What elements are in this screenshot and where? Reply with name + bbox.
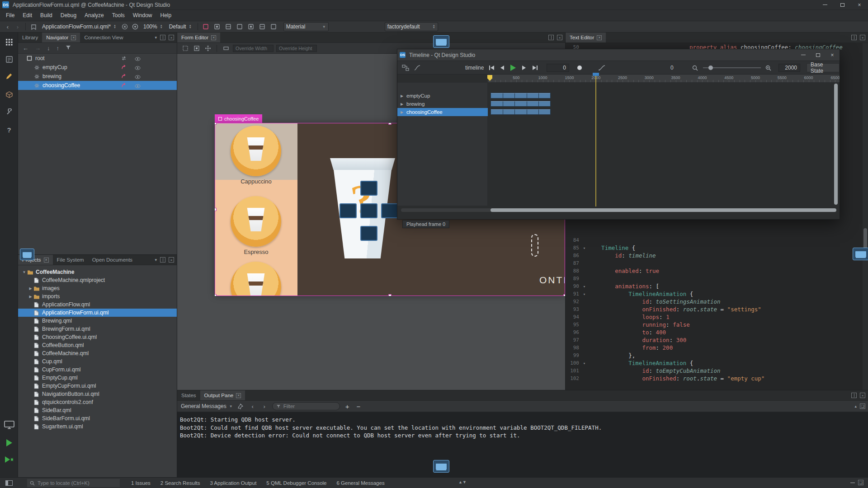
fold-marker-icon[interactable]: ▾ xyxy=(581,361,588,366)
close-panel-icon[interactable]: × xyxy=(860,35,865,40)
arrow-right-icon[interactable]: → xyxy=(35,45,41,52)
minimize-button[interactable] xyxy=(796,50,811,60)
close-icon[interactable]: × xyxy=(236,393,241,398)
tab-file-system[interactable]: File System xyxy=(53,255,88,265)
design-mode-icon[interactable] xyxy=(0,70,18,83)
frame-icon[interactable] xyxy=(224,23,233,31)
chevron-right-icon[interactable]: ▶ xyxy=(28,295,33,299)
chevron-up-icon[interactable]: ▴ xyxy=(854,404,857,408)
code-line-96[interactable]: 96 to: 400 xyxy=(566,328,868,336)
move-mode-icon[interactable] xyxy=(203,44,212,52)
close-icon[interactable]: × xyxy=(211,35,216,40)
filter-icon[interactable] xyxy=(66,45,71,52)
assets-cube-icon[interactable] xyxy=(0,88,18,101)
timeline-titlebar[interactable]: DS Timeline - Qt Design Studio × xyxy=(397,49,840,61)
minimize-button[interactable] xyxy=(816,0,834,10)
export-state-icon[interactable] xyxy=(202,23,210,31)
project-file-EmptyCup.qml[interactable]: EmptyCup.qml xyxy=(18,374,177,382)
previous-frame-icon[interactable] xyxy=(497,63,507,73)
open-document-combo[interactable]: ApplicationFlowForm.ui.qml* ▲▼ xyxy=(40,22,118,31)
project-file-SugarItem.ui.qml[interactable]: SugarItem.ui.qml xyxy=(18,422,177,431)
current-frame-field[interactable]: 0 xyxy=(547,64,569,72)
project-file-EmptyCupForm.ui.qml[interactable]: EmptyCupForm.ui.qml xyxy=(18,382,177,390)
tab-connection-view[interactable]: Connection View xyxy=(80,33,127,42)
timeline-hscroll-handle[interactable] xyxy=(491,208,836,212)
project-file-SideBar.qml[interactable]: SideBar.qml xyxy=(18,406,177,414)
kit-monitor-icon[interactable] xyxy=(0,418,18,432)
help-icon[interactable]: ? xyxy=(0,123,18,136)
snapping-icon[interactable] xyxy=(222,44,230,52)
visibility-eye-icon[interactable] xyxy=(135,74,141,80)
visibility-eye-icon[interactable] xyxy=(135,65,141,71)
project-file-SideBarForm.ui.qml[interactable]: SideBarForm.ui.qml xyxy=(18,414,177,422)
code-line-87[interactable]: 87 xyxy=(566,259,868,267)
espresso-image[interactable] xyxy=(231,196,281,247)
project-file-CupForm.ui.qml[interactable]: CupForm.ui.qml xyxy=(18,366,177,374)
next-item-icon[interactable]: › xyxy=(260,403,269,410)
editor-scrollbar[interactable] xyxy=(863,43,868,390)
project-file-CoffeeButton.qml[interactable]: CoffeeButton.qml xyxy=(18,341,177,349)
project-file-ApplicationFlowForm.ui.qml[interactable]: ApplicationFlowForm.ui.qml xyxy=(18,309,177,317)
selector-tile[interactable] xyxy=(360,226,377,241)
code-line-101[interactable]: 101 id: toEmptyCubAnimation xyxy=(566,367,868,375)
menu-file[interactable]: File xyxy=(2,10,19,21)
run-button[interactable] xyxy=(0,436,18,450)
selection-mode-icon[interactable] xyxy=(181,44,189,52)
snap-icon[interactable] xyxy=(258,23,267,31)
select-root-icon[interactable] xyxy=(192,44,201,52)
channel-combo[interactable]: General Messages ▼ xyxy=(181,403,233,409)
project-file-images[interactable]: ▶images xyxy=(18,284,177,292)
menu-debug[interactable]: Debug xyxy=(57,10,80,21)
code-area[interactable]: 8485▾ Timeline {86 id: timeline8788 enab… xyxy=(566,236,868,382)
timeline-name[interactable]: timeline xyxy=(465,61,484,75)
menu-help[interactable]: Help xyxy=(156,10,176,21)
zoom-out-icon[interactable]: − xyxy=(354,403,362,410)
code-line-90[interactable]: 90▾ animations: [ xyxy=(566,282,868,290)
maximize-button[interactable] xyxy=(834,0,851,10)
override-height-field[interactable]: Override Height xyxy=(276,45,317,52)
selector-tile[interactable] xyxy=(340,203,357,218)
apps-grid-icon[interactable] xyxy=(0,35,18,49)
chevron-right-icon[interactable]: ▶ xyxy=(397,110,406,114)
project-file-CoffeeMachine.qmlproject[interactable]: CoffeeMachine.qmlproject xyxy=(18,276,177,284)
timeline-window[interactable]: DS Timeline - Qt Design Studio × timelin… xyxy=(397,49,840,220)
code-line-95[interactable]: 95 running: false xyxy=(566,321,868,328)
selector-tile[interactable] xyxy=(360,181,377,196)
navigator-item-root[interactable]: root xyxy=(18,54,177,63)
third-coffee-image[interactable] xyxy=(231,262,281,296)
code-line-93[interactable]: 93 onFinished: root.state = "settings" xyxy=(566,305,868,313)
live-preview-icon[interactable] xyxy=(131,23,139,31)
project-file-BrewingForm.ui.qml[interactable]: BrewingForm.ui.qml xyxy=(18,325,177,333)
style-combo[interactable]: Default ▲▼ xyxy=(167,22,194,31)
arrow-down-icon[interactable]: ↓ xyxy=(47,45,50,52)
fold-marker-icon[interactable]: ▾ xyxy=(581,246,588,250)
close-document-icon[interactable] xyxy=(120,23,129,31)
merge-icon[interactable] xyxy=(269,23,278,31)
code-line-98[interactable]: 98 from: 200 xyxy=(566,344,868,352)
code-line-89[interactable]: 89 xyxy=(566,275,868,282)
statusbar-pane-application-output[interactable]: 3 Application Output xyxy=(210,480,256,486)
base-state-button[interactable]: Base State xyxy=(807,63,840,72)
tab-open-documents[interactable]: Open Documents xyxy=(88,255,137,265)
pin-icon[interactable] xyxy=(236,402,245,411)
tab-form-editor[interactable]: Form Editor× xyxy=(177,33,220,42)
to-end-icon[interactable] xyxy=(530,63,540,73)
timeline-end-marker[interactable] xyxy=(593,73,599,76)
tab-output-pane[interactable]: Output Pane× xyxy=(200,390,245,400)
zoom-combo[interactable]: 100% ▲▼ xyxy=(141,22,165,31)
code-line-85[interactable]: 85▾ Timeline { xyxy=(566,244,868,252)
project-file-NavigationButton.ui.qml[interactable]: NavigationButton.ui.qml xyxy=(18,390,177,398)
padding-icon[interactable] xyxy=(236,23,244,31)
code-line-99[interactable]: 99 }, xyxy=(566,352,868,359)
split-icon[interactable] xyxy=(548,35,554,40)
zoom-out-magnifier-icon[interactable] xyxy=(692,61,698,75)
anchor-icon[interactable] xyxy=(213,23,222,31)
navigator-item-brewing[interactable]: brewing xyxy=(18,72,177,81)
close-button[interactable]: × xyxy=(825,50,840,60)
arrow-up-icon[interactable]: ↑ xyxy=(57,45,60,52)
alias-export-icon[interactable] xyxy=(121,65,127,71)
project-file-ApplicationFlow.qml[interactable]: ApplicationFlow.qml xyxy=(18,300,177,309)
edit-mode-icon[interactable] xyxy=(0,52,18,66)
chevron-down-icon[interactable]: ▾ xyxy=(155,258,157,262)
visibility-eye-icon[interactable] xyxy=(135,83,141,89)
